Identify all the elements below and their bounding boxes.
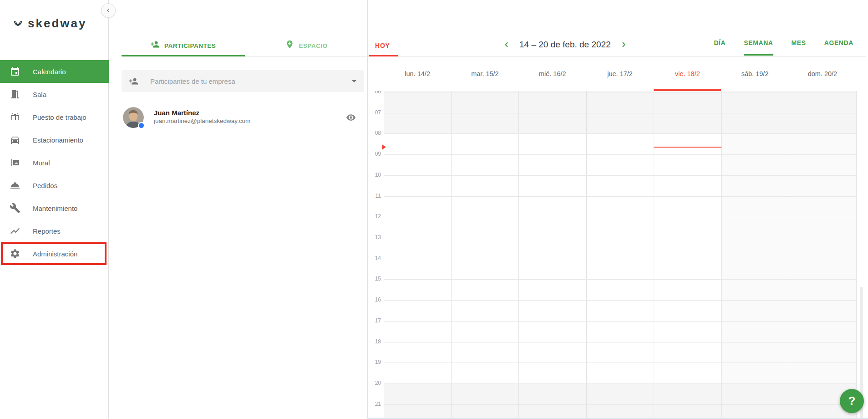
sidebar-item-label: Mantenimiento	[33, 204, 77, 212]
tab-label: ESPACIO	[299, 42, 328, 49]
sidebar-item-mural[interactable]: Mural	[0, 151, 109, 174]
desk-icon	[10, 112, 20, 123]
hour-label: 16	[368, 296, 381, 303]
sidebar-item-label: Sala	[33, 91, 46, 98]
wrench-icon	[10, 203, 20, 214]
image-icon	[10, 157, 20, 168]
hour-label: 11	[368, 193, 381, 199]
participant-list-item[interactable]: Juan Martínez juan.martinez@planetskedwa…	[109, 105, 368, 131]
view-tab-semana[interactable]: SEMANA	[744, 39, 773, 56]
sidebar-menu: Calendario Sala Puesto de trabajo Estaci…	[0, 60, 109, 265]
day-header: mié. 16/2	[519, 56, 586, 91]
panel-tabs: PARTICIPANTES ESPACIO	[122, 0, 368, 56]
back-button[interactable]	[101, 3, 116, 18]
logo-text: skedway	[28, 16, 86, 31]
hour-label: 17	[368, 317, 381, 324]
sidebar-item-calendario[interactable]: Calendario	[0, 60, 109, 83]
calendar-icon	[10, 66, 20, 77]
avatar	[123, 107, 144, 128]
tab-participantes[interactable]: PARTICIPANTES	[122, 0, 245, 56]
calendar-view: HOY 14 – 20 de feb. de 2022 DÍA SEMANA M…	[368, 0, 868, 419]
hour-label: 15	[368, 276, 381, 282]
sidebar: skedway Calendario Sala Puesto de trabaj…	[0, 0, 109, 419]
tab-label: PARTICIPANTES	[164, 42, 216, 49]
hour-label: 12	[368, 213, 381, 220]
day-header-row: lun. 14/2 mar. 15/2 mié. 16/2 jue. 17/2 …	[384, 56, 857, 91]
chevron-left-icon	[105, 7, 112, 14]
chevron-left-icon	[502, 40, 511, 49]
hour-label: 09	[368, 151, 381, 157]
view-switcher: DÍA SEMANA MES AGENDA	[714, 39, 853, 56]
day-header-today: vie. 18/2	[654, 56, 721, 91]
hour-label: 07	[368, 109, 381, 116]
date-navigation: 14 – 20 de feb. de 2022	[501, 39, 629, 50]
sidebar-item-label: Puesto de trabajo	[33, 113, 86, 121]
add-location-icon	[285, 40, 294, 49]
hour-label: 08	[368, 130, 381, 136]
day-header: mar. 15/2	[451, 56, 518, 91]
hour-label: 10	[368, 172, 381, 178]
meeting-room-icon	[10, 89, 20, 100]
tab-espacio[interactable]: ESPACIO	[245, 0, 368, 56]
sidebar-item-label: Reportes	[33, 227, 61, 235]
participant-email: juan.martinez@planetskedway.com	[154, 118, 250, 124]
person-add-icon	[150, 40, 160, 49]
hour-label: 06	[368, 91, 381, 95]
off-hours-shading-top	[384, 91, 857, 133]
chevron-right-icon	[619, 40, 628, 49]
next-week-button[interactable]	[618, 39, 629, 50]
sidebar-item-mantenimiento[interactable]: Mantenimiento	[0, 197, 109, 220]
line-chart-icon	[10, 225, 20, 236]
chevron-down-icon	[352, 80, 356, 82]
participants-search-select[interactable]: Participantes de tu empresa	[122, 70, 364, 92]
skedway-logo: skedway	[12, 16, 86, 31]
view-tab-mes[interactable]: MES	[792, 39, 806, 56]
hour-label: 13	[368, 234, 381, 240]
app-window: skedway Calendario Sala Puesto de trabaj…	[0, 0, 868, 419]
sidebar-item-label: Mural	[33, 159, 50, 167]
hour-label: 21	[368, 401, 381, 407]
online-status-dot	[138, 122, 145, 129]
car-icon	[10, 134, 20, 145]
participants-panel: PARTICIPANTES ESPACIO Participantes de t…	[109, 0, 368, 419]
previous-week-button[interactable]	[501, 39, 512, 50]
help-button[interactable]: ?	[840, 389, 864, 413]
current-time-arrow-icon	[382, 144, 386, 150]
participant-name: Juan Martínez	[154, 109, 199, 117]
skedway-logo-icon	[12, 17, 24, 30]
sidebar-item-estacionamiento[interactable]: Estacionamiento	[0, 128, 109, 151]
visibility-toggle-button[interactable]	[346, 112, 357, 123]
view-tab-agenda[interactable]: AGENDA	[824, 39, 853, 56]
sidebar-item-administracion[interactable]: Administración	[1, 242, 107, 265]
sidebar-item-pedidos[interactable]: Pedidos	[0, 174, 109, 197]
day-header: lun. 14/2	[384, 56, 451, 91]
hour-label: 20	[368, 380, 381, 386]
eye-icon	[346, 112, 356, 123]
sidebar-item-puesto-de-trabajo[interactable]: Puesto de trabajo	[0, 106, 109, 128]
hour-label: 19	[368, 359, 381, 365]
current-time-indicator	[654, 147, 721, 148]
today-button[interactable]: HOY	[375, 42, 390, 49]
day-header: jue. 17/2	[586, 56, 654, 91]
date-range-label: 14 – 20 de feb. de 2022	[519, 40, 611, 50]
room-service-icon	[10, 180, 20, 191]
hour-label: 18	[368, 338, 381, 345]
day-header: sáb. 19/2	[721, 56, 788, 91]
search-placeholder: Participantes de tu empresa	[150, 77, 235, 85]
view-tab-dia[interactable]: DÍA	[714, 39, 726, 56]
sidebar-item-label: Pedidos	[33, 182, 57, 189]
day-header: dom. 20/2	[789, 56, 856, 91]
person-add-icon	[129, 77, 138, 86]
sidebar-item-reportes[interactable]: Reportes	[0, 220, 109, 242]
hour-label: 14	[368, 255, 381, 261]
sidebar-item-label: Administración	[33, 250, 77, 258]
sidebar-item-label: Calendario	[33, 68, 66, 76]
gear-icon	[10, 248, 20, 259]
off-hours-shading-bottom	[384, 383, 857, 419]
sidebar-item-sala[interactable]: Sala	[0, 83, 109, 106]
sidebar-item-label: Estacionamiento	[33, 136, 83, 144]
calendar-grid[interactable]: 06 07 08 09 10 11 12 13 14 15 16 17 18 1…	[368, 91, 868, 419]
